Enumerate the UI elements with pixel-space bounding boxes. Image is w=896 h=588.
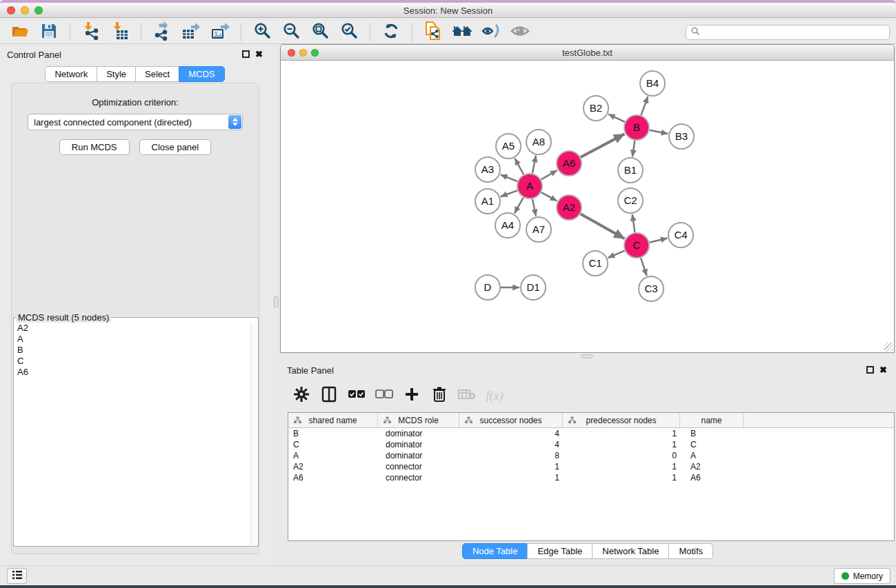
table-row[interactable]: Adominator80A bbox=[288, 450, 894, 461]
column-header-shared-name[interactable]: shared name bbox=[288, 413, 378, 427]
graph-edge-C-C2[interactable] bbox=[633, 214, 635, 232]
graph-edge-A-A4[interactable] bbox=[515, 198, 524, 214]
horizontal-split-grip[interactable] bbox=[581, 354, 593, 358]
function-builder-button: f(x) bbox=[486, 386, 504, 405]
column-header-MCDS-role[interactable]: MCDS role bbox=[378, 413, 459, 427]
toolbar-search[interactable] bbox=[686, 25, 890, 40]
gear-icon bbox=[293, 386, 310, 405]
search-icon bbox=[690, 26, 700, 39]
network-canvas[interactable]: B4B2BB3A5A8A6A3B1AA1C2A2A4A7C4CC1C3DD1 bbox=[281, 61, 894, 352]
search-input[interactable] bbox=[700, 26, 889, 39]
mcds-result-item[interactable]: A6 bbox=[14, 367, 258, 378]
graph-edge-A-A2[interactable] bbox=[541, 192, 557, 201]
new-network-from-selection-button[interactable] bbox=[419, 22, 448, 43]
show-all-button[interactable] bbox=[506, 22, 535, 43]
graph-edge-A2-C[interactable] bbox=[581, 214, 625, 239]
tab-node-table[interactable]: Node Table bbox=[462, 543, 528, 559]
export-network-button[interactable] bbox=[148, 22, 177, 43]
table-row[interactable]: Bdominator41B bbox=[288, 428, 894, 439]
table-cell: B bbox=[680, 428, 744, 439]
node-table[interactable]: shared nameMCDS rolesuccessor nodesprede… bbox=[288, 412, 895, 541]
window-resize-grip[interactable] bbox=[884, 343, 893, 352]
list-scrollbar[interactable] bbox=[250, 323, 257, 545]
mcds-result-item[interactable]: A2 bbox=[14, 323, 258, 334]
graph-edge-A-A6[interactable] bbox=[541, 170, 557, 179]
mcds-result-item[interactable]: B bbox=[14, 345, 258, 356]
tab-network[interactable]: Network bbox=[45, 66, 97, 82]
tab-mcds[interactable]: MCDS bbox=[179, 66, 224, 82]
graph-edge-B-B4[interactable] bbox=[641, 97, 648, 115]
export-image-button[interactable] bbox=[206, 22, 235, 43]
select-all-button[interactable] bbox=[348, 386, 366, 405]
mcds-result-box: MCDS result (5 nodes) A2ABCA6 bbox=[13, 312, 259, 547]
graph-edge-B-B1[interactable] bbox=[633, 141, 635, 156]
memory-button[interactable]: Memory bbox=[834, 568, 890, 584]
mcds-result-list[interactable]: A2ABCA6 bbox=[14, 323, 258, 546]
table-cell: 1 bbox=[459, 461, 563, 472]
vertical-split-grip[interactable] bbox=[274, 296, 279, 307]
graph-edge-C-C4[interactable] bbox=[649, 239, 667, 243]
show-column-panel-button[interactable] bbox=[320, 386, 338, 405]
graph-edge-B-B3[interactable] bbox=[650, 130, 668, 134]
column-header-name[interactable]: name bbox=[680, 413, 744, 427]
deselect-all-button[interactable] bbox=[375, 386, 393, 405]
mcds-result-item[interactable]: C bbox=[14, 356, 258, 367]
zoom-out-button[interactable] bbox=[277, 22, 306, 43]
tab-select[interactable]: Select bbox=[135, 66, 179, 82]
graph-edge-C-C1[interactable] bbox=[608, 251, 624, 258]
table-cell: dominator bbox=[378, 428, 459, 439]
network-window-titlebar: testGlobe.txt bbox=[281, 45, 894, 61]
graph-edge-A-A5[interactable] bbox=[515, 159, 524, 175]
close-table-panel-icon[interactable]: ✖ bbox=[879, 365, 887, 375]
table-cell: C bbox=[680, 439, 744, 450]
tab-network-table[interactable]: Network Table bbox=[592, 543, 669, 559]
graph-node-label-B4: B4 bbox=[646, 77, 659, 89]
table-row[interactable]: A2connector11A2 bbox=[288, 461, 894, 472]
add-column-button[interactable] bbox=[403, 386, 421, 405]
save-session-button[interactable] bbox=[34, 22, 63, 43]
run-mcds-button[interactable]: Run MCDS bbox=[59, 139, 130, 155]
home-layout-button[interactable] bbox=[448, 22, 477, 43]
export-table-button[interactable] bbox=[177, 22, 206, 43]
mcds-result-item[interactable]: A bbox=[14, 334, 258, 345]
open-folder-icon bbox=[10, 22, 30, 43]
column-header-predecessor-nodes[interactable]: predecessor nodes bbox=[563, 413, 680, 427]
import-table-button[interactable] bbox=[106, 22, 135, 43]
table-cell: A bbox=[680, 450, 744, 461]
table-cell: dominator bbox=[378, 450, 459, 461]
table-row[interactable]: Cdominator41C bbox=[288, 439, 894, 450]
refresh-view-button[interactable] bbox=[377, 22, 406, 43]
zoom-fit-button[interactable] bbox=[306, 22, 335, 43]
zoom-in-button[interactable] bbox=[248, 22, 277, 43]
criterion-dropdown[interactable]: largest connected component (directed) bbox=[28, 114, 243, 130]
graph-edge-A-A7[interactable] bbox=[532, 199, 536, 216]
tab-motifs[interactable]: Motifs bbox=[668, 543, 713, 559]
control-panel-tabs: Network Style Select MCDS bbox=[46, 66, 224, 82]
graph-node-label-A1: A1 bbox=[481, 195, 494, 207]
table-settings-button[interactable] bbox=[292, 386, 310, 405]
graph-edge-A-A3[interactable] bbox=[501, 174, 518, 181]
graph-edge-B-B2[interactable] bbox=[608, 114, 625, 122]
graph-edge-A6-B[interactable] bbox=[581, 134, 625, 157]
graph-edge-A-A8[interactable] bbox=[532, 156, 536, 174]
task-history-button[interactable] bbox=[7, 568, 27, 584]
status-bar: Memory bbox=[0, 565, 896, 585]
hide-selected-button[interactable] bbox=[477, 22, 506, 43]
graph-edge-C-C3[interactable] bbox=[641, 258, 647, 276]
toolbar-separator bbox=[370, 23, 370, 41]
delete-column-button[interactable] bbox=[430, 386, 448, 405]
open-session-button[interactable] bbox=[6, 22, 34, 43]
tab-edge-table[interactable]: Edge Table bbox=[527, 543, 593, 559]
close-panel-button[interactable]: Close panel bbox=[139, 139, 212, 155]
graph-edge-A-A1[interactable] bbox=[501, 190, 517, 196]
table-row[interactable]: A6connector11A6 bbox=[288, 472, 894, 483]
float-panel-icon[interactable] bbox=[242, 50, 250, 58]
float-table-panel-icon[interactable] bbox=[866, 366, 874, 374]
tab-style[interactable]: Style bbox=[97, 66, 136, 82]
control-panel: Control Panel ✖ Network Style Select MCD… bbox=[0, 44, 270, 565]
import-network-button[interactable] bbox=[77, 22, 106, 43]
column-header-successor-nodes[interactable]: successor nodes bbox=[459, 413, 563, 427]
close-panel-icon[interactable]: ✖ bbox=[255, 49, 263, 59]
zoom-selected-button[interactable] bbox=[335, 22, 364, 43]
graph-node-label-B2: B2 bbox=[590, 102, 602, 114]
